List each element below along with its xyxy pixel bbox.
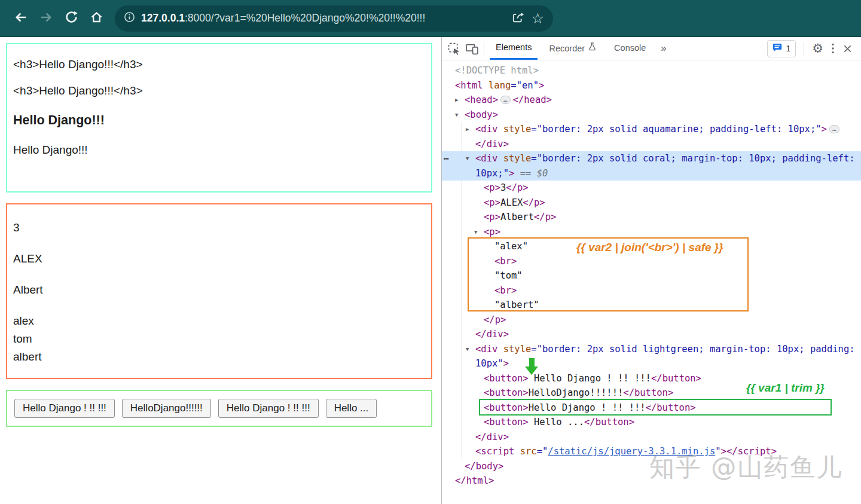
code-token-plain: Hello ... [529, 417, 584, 427]
dom-tree-row[interactable]: ▶<div style="border: 2px solid aquamarin… [442, 122, 861, 137]
dom-tree-row[interactable]: "albert" [442, 298, 861, 313]
reload-icon [65, 10, 78, 26]
share-icon[interactable] [511, 10, 525, 27]
browser-toolbar: 127.0.0.1:8000/?var1=%20Hello%20Django%2… [0, 0, 861, 37]
dom-tree-row[interactable]: ▼<body> [442, 108, 861, 123]
dom-tree-row[interactable]: <button> Hello ...</button> [442, 415, 861, 430]
code-token-tag: <p> [484, 212, 500, 222]
back-arrow-icon [14, 10, 28, 27]
devtools-toolbar: Elements Recorder Console » 1 ⚙ [442, 37, 861, 60]
collapsed-content-icon[interactable]: … [500, 96, 511, 104]
collapse-arrow-icon[interactable]: ▼ [466, 342, 469, 357]
code-token-attr: style [497, 344, 531, 355]
row-options-icon[interactable]: ⋯ [444, 151, 450, 166]
tab-recorder[interactable]: Recorder [543, 37, 603, 60]
code-token-tag: </head> [513, 94, 552, 105]
collapse-arrow-icon[interactable]: ▼ [466, 151, 469, 166]
code-token-val: ="border: 2px solid coral; margin-top: 1… [531, 153, 854, 164]
site-info-icon[interactable] [124, 11, 135, 25]
dom-tree-row[interactable]: ▼<div style="border: 2px solid lightgree… [442, 342, 861, 357]
code-token-plain: Albert [500, 212, 534, 222]
dom-tree-row[interactable]: <br> [442, 283, 861, 298]
more-tabs-icon[interactable]: » [657, 42, 670, 54]
code-token-tag: <br> [494, 256, 517, 267]
back-button[interactable] [8, 6, 33, 31]
collapse-arrow-icon[interactable]: ▼ [474, 225, 477, 240]
code-token-tag: </p> [484, 314, 506, 325]
dom-tree-row[interactable]: ▶<head>…</head> [442, 93, 861, 108]
dom-tree-row[interactable]: <button>HelloDjango!!!!!!</button> [442, 386, 861, 401]
page-box-aquamarine: <h3>Hello Django!!!</h3><h3>Hello Django… [6, 43, 432, 193]
code-token-tag: <head> [465, 94, 498, 105]
settings-gear-icon[interactable]: ⚙ [812, 41, 823, 56]
url-text[interactable]: 127.0.0.1:8000/?var1=%20Hello%20Django%2… [141, 12, 505, 25]
code-token-attr: src [514, 446, 536, 457]
kebab-menu-icon[interactable] [831, 42, 835, 54]
code-token-tag: </p> [534, 212, 556, 222]
page-button[interactable]: Hello Django ! !! !!! [218, 399, 319, 418]
tab-console[interactable]: Console [608, 37, 652, 60]
page-multiline-paragraph: alextomalbert [13, 312, 431, 366]
page-text-line: albert [13, 348, 431, 366]
dom-tree-row[interactable]: </body> [442, 459, 861, 474]
code-token-tag: </button> [584, 417, 634, 427]
dom-tree-row[interactable]: ▼<p> [442, 225, 861, 240]
dom-tree-row[interactable]: <p>3</p> [442, 181, 861, 196]
page-button[interactable]: Hello Django ! !! !!! [14, 399, 115, 418]
page-button[interactable]: HelloDjango!!!!!! [122, 399, 211, 418]
dom-tree-row[interactable]: "tom" [442, 268, 861, 283]
inspect-element-icon[interactable] [448, 42, 460, 55]
code-token-attr: lang [483, 80, 511, 91]
code-token-tag: > [721, 446, 726, 457]
code-token-tag: <body> [465, 109, 498, 120]
dom-tree-row[interactable]: <!DOCTYPE html> [442, 63, 861, 78]
dom-tree-row[interactable]: 10px"> [442, 356, 861, 371]
dom-tree-row[interactable]: </div> [442, 327, 861, 342]
dom-tree-row[interactable]: </p> [442, 313, 861, 328]
dom-tree-row[interactable]: <html lang="en"> [442, 78, 861, 93]
expand-arrow-icon[interactable]: ▶ [455, 93, 458, 108]
code-token-gray: <!DOCTYPE html> [455, 65, 539, 76]
page-button[interactable]: Hello ... [326, 399, 377, 418]
code-token-tag: <br> [494, 285, 517, 296]
dom-tree-row[interactable]: </div> [442, 430, 861, 445]
page-text-line: Albert [13, 281, 431, 299]
dom-tree-row[interactable]: <button> Hello Django ! !! !!!</button> [442, 371, 861, 386]
issues-counter[interactable]: 1 [767, 40, 796, 57]
dom-tree-row[interactable]: <p>Albert</p> [442, 210, 861, 225]
address-bar[interactable]: 127.0.0.1:8000/?var1=%20Hello%20Django%2… [115, 5, 553, 32]
devtools-panel: Elements Recorder Console » 1 ⚙ <!DO [441, 37, 861, 504]
code-token-link[interactable]: /static/js/jquery-3.3.1.min.js [548, 446, 715, 457]
code-token-val: ="border: 2px solid lightgreen; margin-t… [531, 344, 854, 355]
device-toolbar-icon[interactable] [466, 42, 478, 55]
dom-tree-row[interactable]: 10px;"> == $0 [442, 166, 861, 181]
forward-button[interactable] [33, 6, 59, 31]
dom-tree-row[interactable]: <button>Hello Django ! !! !!!</button> [442, 401, 861, 416]
dom-tree-row[interactable]: ▼<div style="border: 2px solid coral; ma… [442, 151, 861, 166]
code-token-tag: <p> [484, 197, 500, 208]
dom-tree-row[interactable]: <br> [442, 254, 861, 269]
bookmark-star-icon[interactable]: ☆ [531, 12, 544, 25]
dom-tree-row[interactable]: "alex" [442, 239, 861, 254]
dom-tree-row[interactable]: <script src="/static/js/jquery-3.3.1.min… [442, 444, 861, 459]
collapsed-content-icon[interactable]: … [829, 125, 839, 133]
code-token-tag: </button> [623, 387, 673, 398]
code-token-tag: <button> [484, 387, 529, 398]
page-text-line: 3 [13, 219, 431, 237]
reload-button[interactable] [59, 6, 84, 31]
code-token-tag: <html [455, 80, 483, 91]
dom-tree-row[interactable]: </html> [442, 474, 861, 488]
code-token-tag: <p> [484, 182, 500, 193]
expand-arrow-icon[interactable]: ▶ [466, 122, 469, 137]
code-token-val: ="en" [511, 80, 539, 91]
dom-tree-rows: <!DOCTYPE html><html lang="en">▶<head>…<… [442, 63, 861, 488]
code-token-tag: > [509, 168, 514, 179]
code-token-tag: </script> [726, 446, 777, 457]
tab-elements[interactable]: Elements [490, 37, 538, 60]
home-button[interactable] [84, 6, 109, 31]
dom-tree-row[interactable]: </div> [442, 137, 861, 152]
collapse-arrow-icon[interactable]: ▼ [455, 108, 458, 123]
code-token-tag: </div> [475, 329, 509, 340]
close-devtools-icon[interactable] [842, 44, 853, 54]
dom-tree-row[interactable]: <p>ALEX</p> [442, 196, 861, 210]
